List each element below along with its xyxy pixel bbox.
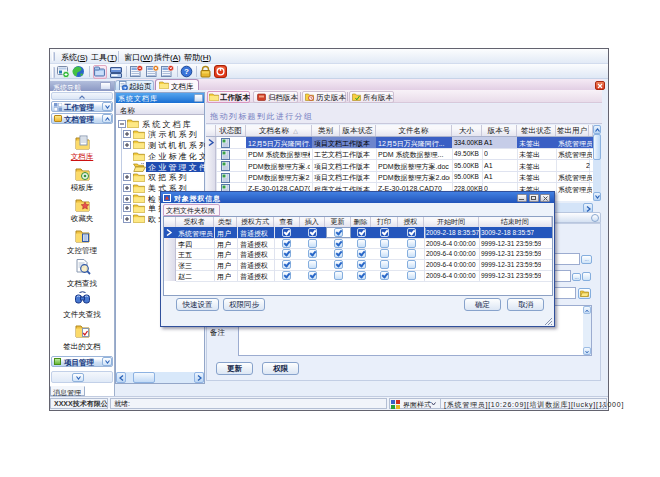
svg-text:?: ? [184, 67, 189, 76]
